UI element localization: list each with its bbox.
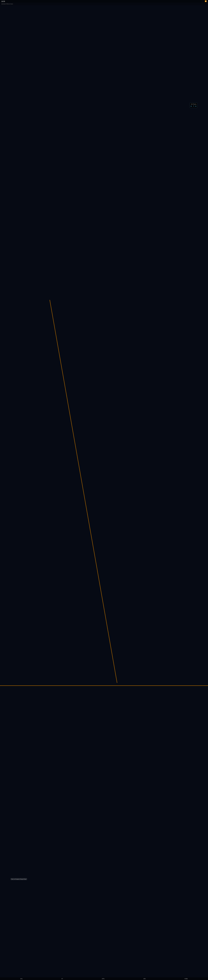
night-not-playing: 18:55📶 10/18 ETA 8.0 km Not Playing ⏮ ⏸ … [139, 141, 205, 141]
night-row-4: 18:55📶 📞 ♪ ▶ 💬 ♫ 🎙 📻 DIAL BT APPs APN H [3, 141, 205, 141]
night-mode-section: Night Mode 18:55▶ 📶 20:08 A morning glor… [0, 116, 208, 152]
